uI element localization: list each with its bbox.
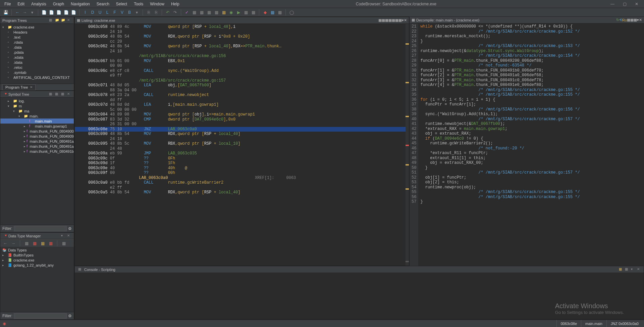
icon[interactable]: ▦ (392, 18, 395, 22)
menu-icon[interactable]: ▾ (61, 234, 66, 238)
filter-icon[interactable]: ⚙ (68, 314, 72, 318)
asm-line[interactable]: 24 10 (75, 30, 409, 35)
symbol-tree-item[interactable]: ▸fmain.thunk_FUN_080491a (0, 139, 74, 144)
menu-edit[interactable]: Edit (14, 1, 28, 7)
tb-icon[interactable]: 📄 (48, 9, 54, 15)
icon[interactable]: ↻ (616, 18, 619, 22)
icon[interactable]: ▦ (625, 267, 630, 272)
program-tree-tab[interactable]: Program Tree✕ (2, 84, 36, 90)
symbol-tree-item[interactable]: ▸fmain.thunk_FUN_0804900 (0, 129, 74, 134)
icon[interactable]: Ro (622, 18, 627, 22)
close-panel-icon[interactable]: ✕ (637, 267, 642, 272)
icon[interactable]: ▦ (61, 240, 67, 246)
tree-item[interactable]: ▫.xdata (0, 55, 74, 60)
decompile-line[interactable]: /* /mnt/g/SIAB/src/crack/crackme.go:152 … (420, 29, 580, 34)
asm-line[interactable]: 0063c090 48 8b 54 MOV RDX,qword ptr [RSP… (75, 132, 409, 137)
tb-icon[interactable]: ▦ (199, 9, 205, 15)
decompile-line[interactable]: sync.(*WaitGroup).Add(this,1); (420, 112, 580, 117)
tb-icon[interactable]: ▦ (250, 9, 256, 15)
decompile-line[interactable]: if (DAT_0094e6c0 != 0) { (420, 136, 580, 141)
asm-line[interactable]: 0063c084 48 89 08 MOV qword ptr [obj],i=… (75, 112, 409, 117)
decompile-line[interactable]: funcArr[1] = &PTR_main.thunk_FUN_080491b… (420, 68, 580, 73)
tree-item[interactable]: ▫.idata (0, 60, 74, 65)
tb-icon[interactable]: ◆ (262, 9, 268, 15)
tree-root[interactable]: 📚Data Types (0, 247, 74, 252)
minimize-button[interactable]: — (610, 2, 615, 6)
code-body[interactable]: while (&stack0x00000000 <= *(undefined *… (418, 24, 582, 266)
icon[interactable]: ▦ (619, 267, 624, 272)
tree-root[interactable]: ▾📁crackme.exe (0, 25, 74, 30)
symbol-tree-item[interactable]: ▾📁main. (0, 113, 74, 119)
asm-line[interactable]: 0063c058 48 89 4c MOV qword ptr [RSP + l… (75, 25, 409, 30)
icon[interactable]: ▦ (378, 18, 382, 22)
icon[interactable]: ▦ (395, 18, 398, 22)
back-icon[interactable]: ← (14, 9, 20, 15)
decompile-line[interactable]: extraout_R11[1] = this; (420, 156, 580, 161)
tb-icon[interactable]: 📄 (56, 9, 62, 15)
tb-icon[interactable]: ▦ (221, 9, 227, 15)
back-icon[interactable]: ← (2, 240, 8, 246)
tree-item[interactable]: ▸📘golang_1.22_anybit_any (0, 263, 74, 268)
asm-line[interactable]: 0063c095 48 8b 5c MOV RBX,qword ptr [RSP… (75, 141, 409, 146)
tree-item[interactable]: ▸📕BuiltInTypes (0, 252, 74, 258)
tb-icon[interactable]: ▦ (243, 9, 249, 15)
tree-item[interactable]: ▫Headers (0, 30, 74, 35)
tb-icon[interactable]: ◉ (228, 9, 234, 15)
asm-line[interactable]: 88 3a 04 00 (75, 88, 409, 93)
tb-icon[interactable]: ⎘ (153, 9, 159, 15)
icon[interactable]: ▦ (40, 240, 46, 246)
decompile-line[interactable]: obj = extraout_RAX_00; (420, 160, 580, 166)
tb-icon[interactable]: ▦ (213, 9, 219, 15)
tree-item[interactable]: ▫.pdata (0, 50, 74, 55)
asm-line[interactable]: /mnt/g/SIAB/src/crack/crackme.go:157 (75, 78, 409, 83)
menu-graph[interactable]: Graph (50, 1, 67, 7)
folder-icon[interactable]: 📁 (55, 18, 60, 23)
asm-line[interactable]: cc 20 (75, 39, 409, 44)
close-icon[interactable]: ✕ (30, 85, 33, 89)
overview-ruler[interactable] (406, 24, 409, 266)
tree-item[interactable]: ▫.text (0, 35, 74, 40)
decompile-line[interactable]: funcArr[2] = &PTR_main.thunk_FUN_080491a… (420, 73, 580, 78)
tree-item[interactable]: ▫.reloc (0, 65, 74, 70)
decompile-line[interactable]: funcArr[0] = &PTR_main.thunk_FUN_0804920… (420, 58, 580, 63)
dropdown-icon[interactable]: ▾ (134, 9, 140, 15)
decompile-line[interactable]: funcPtr = funcArr[i]; (420, 102, 580, 107)
icon[interactable]: ▦ (49, 92, 54, 97)
icon[interactable]: ▦ (32, 240, 38, 246)
symbol-tree-item[interactable]: ▸fmain.thunk_FUN_080491b (0, 149, 74, 154)
close-panel-icon[interactable]: ✕ (67, 234, 72, 238)
folder-icon[interactable]: 📁 (61, 18, 66, 23)
decompile-line[interactable]: /* /mnt/g/SIAB/src/crack/crackme.go:155 … (420, 88, 580, 93)
close-panel-icon[interactable]: ✕ (67, 92, 72, 97)
type-icon[interactable]: L (104, 9, 110, 15)
tb-icon[interactable]: ✓ (184, 9, 190, 15)
asm-line[interactable]: 0063c071 48 8d 05 LEA obj,[DAT_0067fb00] (75, 83, 409, 88)
type-icon[interactable]: V (119, 9, 125, 15)
close-panel-icon[interactable]: ✕ (67, 18, 72, 23)
forward-icon[interactable]: → (10, 240, 16, 246)
menu-tools[interactable]: Tools (131, 1, 146, 7)
decompile-view[interactable]: 2122232425262728293031323334353637383940… (410, 24, 644, 266)
icon[interactable]: ▦ (385, 18, 388, 22)
tb-icon[interactable]: ◯ (288, 9, 294, 15)
asm-line[interactable]: 0063c062 48 8b 54 MOV qword ptr [RSP + l… (75, 44, 409, 49)
type-icon[interactable]: F (112, 9, 118, 15)
asm-line[interactable]: 0063c07d 48 8d 0d LEA i,[main.main.gowra… (75, 102, 409, 107)
menu-file[interactable]: File (1, 1, 14, 7)
symbol-tree-item[interactable]: ▸fmain.thunk_FUN_0804909 (0, 134, 74, 139)
menu-navigation[interactable]: Navigation (68, 1, 93, 7)
filter-icon[interactable]: ⚙ (68, 226, 72, 231)
undo-icon[interactable]: ↶ (165, 9, 171, 15)
tree-item[interactable]: ▫.rdata (0, 40, 74, 45)
icon[interactable]: ▦ (61, 92, 66, 97)
menu-select[interactable]: Select (113, 1, 130, 7)
console-body[interactable] (75, 273, 644, 319)
type-icon[interactable]: U (97, 9, 103, 15)
decompile-line[interactable]: for (i = 0; i < 5; i = i + 1) { (420, 97, 580, 102)
decompile-line[interactable]: /* not_found:-63548 */ (420, 63, 580, 68)
asm-line[interactable]: LAB_0063c0a0 XREF[1]: 0063 (75, 176, 409, 181)
close-panel-icon[interactable]: ✕ (639, 18, 642, 22)
icon[interactable]: ▦ (48, 240, 54, 246)
asm-line[interactable]: 00 00 (75, 63, 409, 68)
asm-line[interactable]: 0063c078 e8 23 2a CALL runtime.newobject (75, 93, 409, 98)
